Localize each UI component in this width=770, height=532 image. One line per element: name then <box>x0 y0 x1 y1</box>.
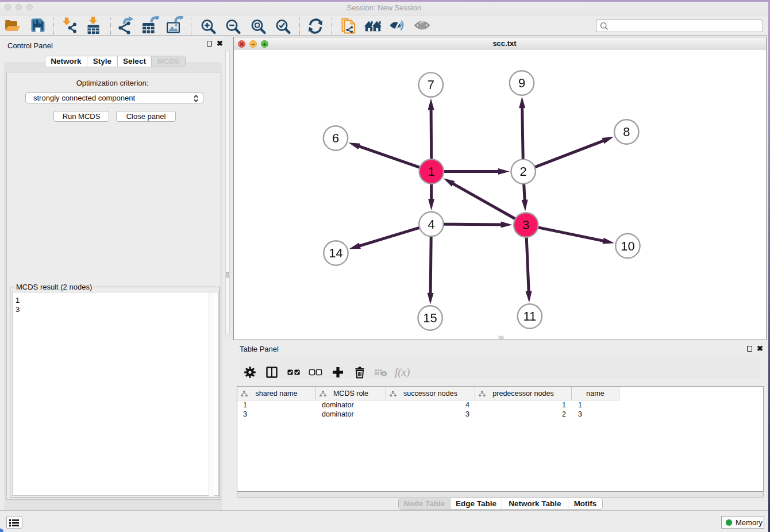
svg-text:6: 6 <box>332 131 339 145</box>
svg-text:11: 11 <box>523 309 536 323</box>
svg-text:8: 8 <box>623 125 630 139</box>
svg-text:15: 15 <box>423 311 437 325</box>
svg-text:3: 3 <box>522 218 529 232</box>
svg-text:1: 1 <box>428 164 435 179</box>
svg-text:2: 2 <box>519 164 526 179</box>
svg-text:10: 10 <box>621 239 634 253</box>
svg-text:7: 7 <box>428 78 434 92</box>
svg-text:4: 4 <box>428 217 434 232</box>
svg-text:9: 9 <box>518 76 525 90</box>
svg-text:14: 14 <box>329 246 342 260</box>
